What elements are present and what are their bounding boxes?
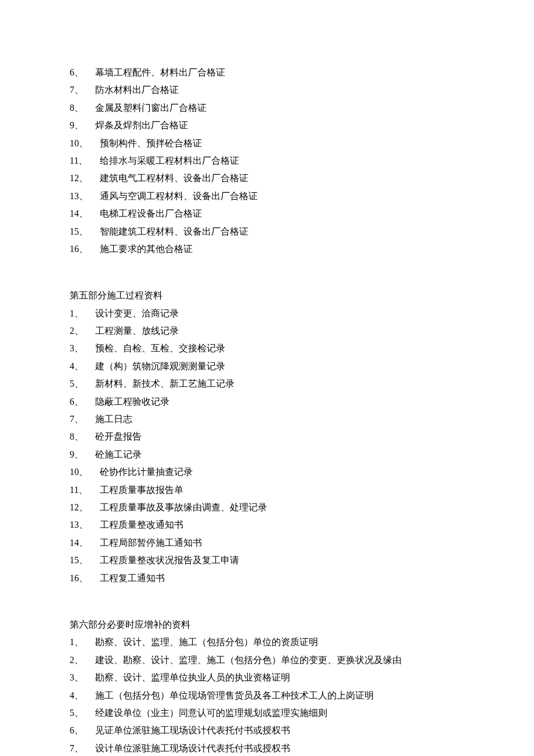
item-text: 工程测量、放线记录	[95, 322, 464, 340]
item-text: 电梯工程设备出厂合格证	[100, 205, 464, 222]
item-number: 5、	[70, 375, 95, 393]
item-number: 2、	[70, 322, 95, 340]
item-number: 3、	[70, 340, 95, 357]
list-item: 12、 工程质量事故及事故缘由调查、处理记录	[70, 499, 464, 516]
item-text: 防水材料出厂合格证	[95, 81, 464, 99]
list-item: 16、 施工要求的其他合格证	[70, 240, 464, 258]
section-5: 第五部分施工过程资料 1、 设计变更、洽商记录 2、 工程测量、放线记录 3、 …	[70, 287, 464, 587]
item-text: 智能建筑工程材料、设备出厂合格证	[100, 223, 464, 240]
item-text: 预制构件、预拌砼合格证	[100, 135, 464, 152]
item-text: 金属及塑料门窗出厂合格证	[95, 99, 464, 117]
item-number: 12、	[70, 170, 100, 187]
item-text: 勘察、设计、监理、施工（包括分包）单位的资质证明	[95, 633, 464, 651]
section-6: 第六部分必要时应增补的资料 1、 勘察、设计、监理、施工（包括分包）单位的资质证…	[70, 616, 464, 756]
item-text: 工程质量事故及事故缘由调查、处理记录	[100, 499, 464, 516]
list-item: 15、 智能建筑工程材料、设备出厂合格证	[70, 223, 464, 240]
list-item: 8、 砼开盘报告	[70, 428, 464, 445]
item-number: 16、	[70, 240, 100, 258]
item-text: 砼协作比计量抽查记录	[100, 463, 464, 481]
item-number: 1、	[70, 633, 95, 651]
item-number: 9、	[70, 446, 95, 463]
list-item: 4、 建（构）筑物沉降观测测量记录	[70, 358, 464, 375]
item-number: 11、	[70, 152, 100, 170]
list-item: 12、 建筑电气工程材料、设备出厂合格证	[70, 170, 464, 187]
item-number: 2、	[70, 651, 95, 669]
section-title: 第六部分必要时应增补的资料	[70, 616, 464, 633]
item-text: 设计变更、洽商记录	[95, 305, 464, 322]
continuation-group: 6、 幕墙工程配件、材料出厂合格证 7、 防水材料出厂合格证 8、 金属及塑料门…	[70, 64, 464, 258]
item-text: 经建设单位（业主）同意认可的监理规划或监理实施细则	[95, 704, 464, 722]
item-text: 建（构）筑物沉降观测测量记录	[95, 358, 464, 375]
list-item: 9、 焊条及焊剂出厂合格证	[70, 117, 464, 134]
list-item: 5、 新材料、新技术、新工艺施工记录	[70, 375, 464, 393]
list-item: 11、 给排水与采暖工程材料出厂合格证	[70, 152, 464, 170]
item-text: 隐蔽工程验收记录	[95, 393, 464, 411]
list-item: 3、 勘察、设计、监理单位执业人员的执业资格证明	[70, 669, 464, 686]
item-number: 1、	[70, 305, 95, 322]
list-item: 7、 防水材料出厂合格证	[70, 81, 464, 99]
item-text: 设计单位派驻施工现场设计代表托付书或授权书	[95, 740, 464, 756]
list-item: 6、 隐蔽工程验收记录	[70, 393, 464, 411]
item-number: 16、	[70, 570, 100, 587]
item-text: 新材料、新技术、新工艺施工记录	[95, 375, 464, 393]
item-number: 9、	[70, 117, 95, 134]
list-item: 7、 施工日志	[70, 411, 464, 428]
item-number: 7、	[70, 411, 95, 428]
list-item: 5、 经建设单位（业主）同意认可的监理规划或监理实施细则	[70, 704, 464, 722]
item-number: 15、	[70, 552, 100, 569]
item-text: 通风与空调工程材料、设备出厂合格证	[100, 188, 464, 205]
item-number: 15、	[70, 223, 100, 240]
item-text: 施工要求的其他合格证	[100, 240, 464, 258]
item-text: 见证单位派驻施工现场设计代表托付书或授权书	[95, 722, 464, 739]
list-item: 4、 施工（包括分包）单位现场管理售货员及各工种技术工人的上岗证明	[70, 687, 464, 704]
list-item: 3、 预检、自检、互检、交接检记录	[70, 340, 464, 357]
item-text: 焊条及焊剂出厂合格证	[95, 117, 464, 134]
item-text: 施工（包括分包）单位现场管理售货员及各工种技术工人的上岗证明	[95, 687, 464, 704]
item-text: 建筑电气工程材料、设备出厂合格证	[100, 170, 464, 187]
item-number: 6、	[70, 64, 95, 81]
item-number: 13、	[70, 188, 100, 205]
item-text: 工程质量整改状况报告及复工申请	[100, 552, 464, 569]
item-text: 建设、勘察、设计、监理、施工（包括分色）单位的变更、更换状况及缘由	[95, 651, 464, 669]
list-item: 13、 通风与空调工程材料、设备出厂合格证	[70, 188, 464, 205]
list-item: 1、 设计变更、洽商记录	[70, 305, 464, 322]
list-item: 1、 勘察、设计、监理、施工（包括分包）单位的资质证明	[70, 633, 464, 651]
item-text: 工程质量事故报告单	[100, 481, 464, 499]
item-text: 砼施工记录	[95, 446, 464, 463]
item-number: 8、	[70, 428, 95, 445]
item-number: 7、	[70, 81, 95, 99]
item-number: 3、	[70, 669, 95, 686]
list-item: 2、 工程测量、放线记录	[70, 322, 464, 340]
item-text: 预检、自检、互检、交接检记录	[95, 340, 464, 357]
item-number: 5、	[70, 704, 95, 722]
list-item: 2、 建设、勘察、设计、监理、施工（包括分色）单位的变更、更换状况及缘由	[70, 651, 464, 669]
item-number: 11、	[70, 481, 100, 499]
list-item: 15、 工程质量整改状况报告及复工申请	[70, 552, 464, 569]
item-number: 10、	[70, 463, 100, 481]
item-text: 给排水与采暖工程材料出厂合格证	[100, 152, 464, 170]
list-item: 10、 预制构件、预拌砼合格证	[70, 135, 464, 152]
item-number: 8、	[70, 99, 95, 117]
section-title: 第五部分施工过程资料	[70, 287, 464, 304]
list-item: 11、 工程质量事故报告单	[70, 481, 464, 499]
item-text: 勘察、设计、监理单位执业人员的执业资格证明	[95, 669, 464, 686]
item-text: 幕墙工程配件、材料出厂合格证	[95, 64, 464, 81]
list-item: 14、 工程局部暂停施工通知书	[70, 534, 464, 552]
item-number: 10、	[70, 135, 100, 152]
item-text: 工程复工通知书	[100, 570, 464, 587]
item-number: 4、	[70, 687, 95, 704]
list-item: 13、 工程质量整改通知书	[70, 516, 464, 534]
list-item: 14、 电梯工程设备出厂合格证	[70, 205, 464, 222]
item-number: 6、	[70, 722, 95, 739]
item-text: 砼开盘报告	[95, 428, 464, 445]
item-number: 13、	[70, 516, 100, 534]
item-number: 6、	[70, 393, 95, 411]
list-item: 9、 砼施工记录	[70, 446, 464, 463]
item-number: 4、	[70, 358, 95, 375]
item-text: 工程局部暂停施工通知书	[100, 534, 464, 552]
item-text: 施工日志	[95, 411, 464, 428]
item-number: 7、	[70, 740, 95, 756]
item-text: 工程质量整改通知书	[100, 516, 464, 534]
item-number: 14、	[70, 534, 100, 552]
list-item: 6、 幕墙工程配件、材料出厂合格证	[70, 64, 464, 81]
